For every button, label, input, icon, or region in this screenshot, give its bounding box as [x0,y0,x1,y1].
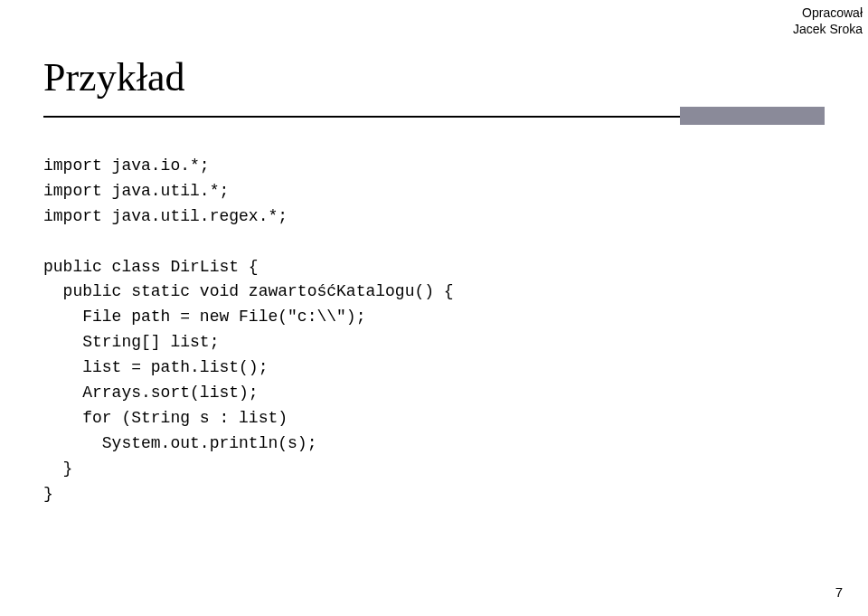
attribution-line2: Jacek Sroka [793,22,863,38]
code-line: Arrays.sort(list); [43,384,259,402]
code-line: System.out.println(s); [43,434,316,452]
decorative-box [680,107,825,125]
code-line: import java.util.*; [43,182,229,200]
code-line: import java.util.regex.*; [43,207,288,225]
code-line: for (String s : list) [43,409,288,427]
code-line: } [43,460,72,478]
code-line: list = path.list(); [43,358,268,376]
code-line: File path = new File("c:\\"); [43,308,365,326]
slide-title: Przykład [43,54,184,100]
code-line: public class DirList { [43,258,259,276]
code-line: import java.io.*; [43,156,210,175]
code-line: } [43,485,53,503]
attribution: Opracował Jacek Sroka [793,5,863,37]
page-number: 7 [835,584,843,600]
code-block: import java.io.*; import java.util.*; im… [43,154,454,507]
attribution-line1: Opracował [793,5,863,22]
code-line: public static void zawartośćKatalogu() { [43,282,454,300]
code-line: String[] list; [43,333,219,351]
